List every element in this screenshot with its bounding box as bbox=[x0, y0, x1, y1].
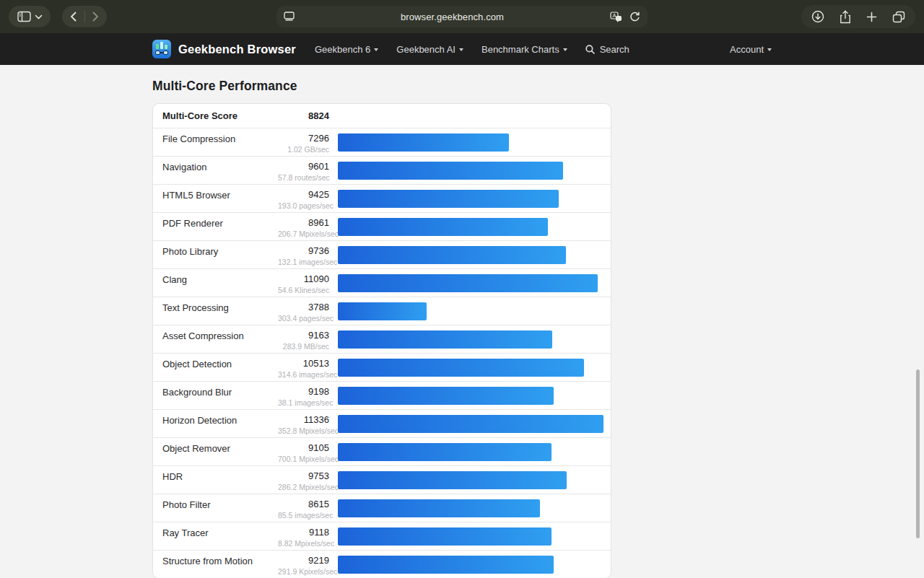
url-text: browser.geekbench.com bbox=[295, 12, 610, 22]
address-bar[interactable]: browser.geekbench.com A bbox=[276, 6, 648, 27]
benchmark-bar bbox=[338, 387, 554, 405]
benchmark-rate: 206.7 Mpixels/sec bbox=[278, 230, 329, 238]
page-format-icon[interactable] bbox=[284, 12, 295, 22]
benchmark-row: Asset Compression 9163 283.9 MB/sec bbox=[153, 325, 611, 353]
benchmark-score: 8961 bbox=[278, 218, 329, 227]
benchmark-rate: 85.5 images/sec bbox=[278, 512, 329, 520]
benchmark-row: Photo Filter 8615 85.5 images/sec bbox=[153, 494, 611, 522]
sidebar-toggle-icon bbox=[17, 11, 31, 22]
benchmark-row: Text Processing 3788 303.4 pages/sec bbox=[153, 297, 611, 325]
history-nav-group bbox=[62, 6, 107, 27]
benchmark-name: Ray Tracer bbox=[162, 522, 278, 550]
benchmark-score-cell: 11090 54.6 Klines/sec bbox=[278, 269, 329, 297]
benchmark-name: Photo Library bbox=[162, 241, 278, 268]
benchmark-bar-cell bbox=[338, 466, 603, 494]
benchmark-row: Structure from Motion 9219 291.9 Kpixels… bbox=[153, 550, 611, 578]
menu-geekbench-6[interactable]: Geekbench 6 bbox=[315, 44, 378, 55]
benchmark-bar-cell bbox=[338, 382, 603, 409]
sidebar-toggle-button[interactable] bbox=[9, 6, 51, 27]
caret-down-icon bbox=[459, 48, 463, 51]
geekbench-logo-icon bbox=[152, 40, 171, 58]
benchmark-name: Photo Filter bbox=[162, 494, 278, 522]
svg-text:A: A bbox=[612, 12, 616, 19]
benchmark-bar bbox=[338, 415, 603, 433]
browser-toolbar: browser.geekbench.com A bbox=[0, 0, 924, 33]
benchmark-bar bbox=[338, 274, 598, 292]
benchmark-rate: 38.1 images/sec bbox=[278, 399, 329, 407]
site-navbar: Geekbench Browser Geekbench 6 Geekbench … bbox=[0, 33, 924, 65]
benchmark-bar-cell bbox=[338, 241, 603, 268]
benchmark-bar bbox=[338, 499, 540, 517]
benchmark-rate: 283.9 MB/sec bbox=[278, 343, 329, 351]
benchmark-rate: 291.9 Kpixels/sec bbox=[278, 568, 329, 576]
benchmark-score-cell: 3788 303.4 pages/sec bbox=[278, 297, 329, 325]
download-icon[interactable] bbox=[811, 10, 824, 23]
benchmark-rate: 314.6 images/sec bbox=[278, 371, 329, 379]
benchmark-bar-cell bbox=[338, 354, 603, 381]
benchmark-score: 11090 bbox=[278, 274, 329, 284]
benchmark-score: 8615 bbox=[278, 499, 329, 509]
benchmark-bar bbox=[338, 359, 584, 377]
forward-button[interactable] bbox=[85, 12, 107, 22]
benchmark-score: 10513 bbox=[278, 359, 329, 368]
benchmark-score: 11336 bbox=[278, 415, 329, 424]
caret-down-icon bbox=[563, 48, 567, 51]
benchmark-score: 7296 bbox=[278, 133, 329, 143]
toolbar-right-group bbox=[801, 5, 915, 28]
caret-down-icon bbox=[374, 48, 378, 51]
benchmark-row: Horizon Detection 11336 352.8 Mpixels/se… bbox=[153, 409, 611, 437]
benchmark-score: 9425 bbox=[278, 190, 329, 199]
benchmark-bar bbox=[338, 471, 567, 489]
page-title: Multi-Core Performance bbox=[152, 79, 924, 94]
benchmark-score-cell: 9425 193.0 pages/sec bbox=[278, 185, 329, 212]
benchmark-name: Background Blur bbox=[162, 382, 278, 409]
share-icon[interactable] bbox=[840, 10, 851, 24]
benchmark-row: Photo Library 9736 132.1 images/sec bbox=[153, 240, 611, 268]
summary-label: Multi-Core Score bbox=[162, 104, 278, 128]
benchmark-results-table: Multi-Core Score 8824 File Compression 7… bbox=[152, 103, 611, 578]
reload-icon[interactable] bbox=[629, 12, 640, 22]
benchmark-rate: 193.0 pages/sec bbox=[278, 202, 329, 210]
benchmark-score-cell: 11336 352.8 Mpixels/sec bbox=[278, 410, 329, 437]
benchmark-score: 9163 bbox=[278, 330, 329, 340]
benchmark-bar-cell bbox=[338, 494, 603, 522]
benchmark-row: Clang 11090 54.6 Klines/sec bbox=[153, 268, 611, 297]
benchmark-score: 3788 bbox=[278, 302, 329, 312]
benchmark-score-cell: 9118 8.82 Mpixels/sec bbox=[278, 522, 329, 550]
benchmark-score-cell: 8615 85.5 images/sec bbox=[278, 494, 329, 522]
benchmark-name: Asset Compression bbox=[162, 325, 278, 353]
menu-benchmark-charts[interactable]: Benchmark Charts bbox=[481, 44, 567, 55]
benchmark-name: Structure from Motion bbox=[162, 551, 278, 578]
benchmark-name: Text Processing bbox=[162, 297, 278, 325]
benchmark-name: Horizon Detection bbox=[162, 410, 278, 437]
benchmark-score: 9118 bbox=[278, 527, 329, 537]
benchmark-row: Ray Tracer 9118 8.82 Mpixels/sec bbox=[153, 522, 611, 550]
benchmark-name: Object Remover bbox=[162, 438, 278, 465]
benchmark-row: Background Blur 9198 38.1 images/sec bbox=[153, 381, 611, 409]
benchmark-name: HTML5 Browser bbox=[162, 185, 278, 212]
summary-score: 8824 bbox=[278, 104, 329, 128]
brand-link[interactable]: Geekbench Browser bbox=[152, 40, 296, 58]
summary-row: Multi-Core Score 8824 bbox=[153, 104, 611, 128]
benchmark-score-cell: 9163 283.9 MB/sec bbox=[278, 325, 329, 353]
safari-window: { "browser_chrome": { "url": "browser.ge… bbox=[0, 0, 924, 578]
search-link[interactable]: Search bbox=[585, 44, 629, 55]
translate-icon[interactable]: A bbox=[610, 12, 622, 22]
menu-geekbench-ai[interactable]: Geekbench AI bbox=[396, 44, 463, 55]
benchmark-row: Object Remover 9105 700.1 Mpixels/sec bbox=[153, 437, 611, 465]
account-menu[interactable]: Account bbox=[730, 44, 772, 55]
benchmark-score-cell: 8961 206.7 Mpixels/sec bbox=[278, 213, 329, 240]
tab-overview-icon[interactable] bbox=[892, 11, 905, 23]
benchmark-bar-cell bbox=[338, 438, 603, 465]
benchmark-bar bbox=[338, 246, 566, 264]
scrollbar-thumb[interactable] bbox=[916, 369, 920, 538]
benchmark-bar-cell bbox=[338, 157, 603, 184]
benchmark-rate: 1.02 GB/sec bbox=[278, 146, 329, 154]
benchmark-row: File Compression 7296 1.02 GB/sec bbox=[153, 128, 611, 156]
search-label: Search bbox=[600, 44, 629, 55]
brand-title: Geekbench Browser bbox=[178, 43, 296, 56]
new-tab-icon[interactable] bbox=[866, 12, 877, 22]
back-button[interactable] bbox=[63, 12, 84, 22]
benchmark-bar-cell bbox=[338, 297, 603, 325]
benchmark-bar-cell bbox=[338, 522, 603, 550]
